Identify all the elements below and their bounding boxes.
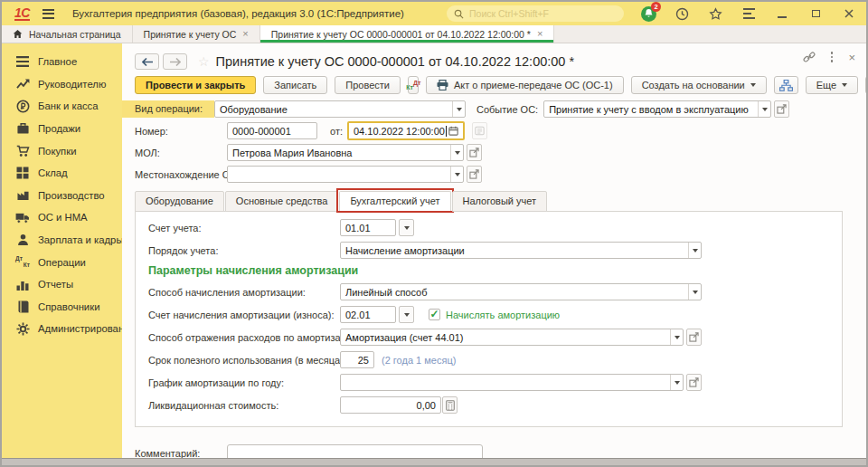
printer-icon xyxy=(437,80,448,91)
dropdown-icon[interactable] xyxy=(670,329,683,345)
date-label: от: xyxy=(330,126,343,137)
save-button[interactable]: Записать xyxy=(263,76,327,94)
expense-method-field[interactable]: Амортизация (счет 44.01) xyxy=(340,329,684,346)
sidebar-item-production[interactable]: Производство xyxy=(2,185,122,207)
open-link-button[interactable] xyxy=(686,374,702,391)
post-button[interactable]: Провести xyxy=(335,76,401,94)
checkmark-icon: ✓ xyxy=(429,309,439,319)
get-link-icon[interactable] xyxy=(803,51,816,63)
mol-field[interactable]: Петрова Мария Ивановна xyxy=(227,144,464,161)
functions-menu-icon[interactable] xyxy=(741,5,757,22)
operation-kind-field[interactable]: Оборудование xyxy=(214,100,466,118)
open-link-button[interactable] xyxy=(467,144,482,161)
tab-os-document[interactable]: Принятие к учету ОС 0000-000001 от 04.10… xyxy=(260,25,555,43)
tab-home[interactable]: Начальная страница xyxy=(2,25,133,43)
dtkt-icon: ДтКт xyxy=(15,255,30,270)
sidebar-item-main[interactable]: Главное xyxy=(2,51,122,73)
close-tab-icon[interactable]: × xyxy=(242,29,248,39)
close-window-icon[interactable] xyxy=(841,5,857,22)
tab-accounting[interactable]: Бухгалтерский учет xyxy=(339,191,450,212)
sidebar-item-salary[interactable]: Зарплата и кадры xyxy=(2,229,122,252)
useful-life-hint[interactable]: (2 года 1 месяц) xyxy=(382,355,456,366)
global-search-input[interactable]: Поиск Ctrl+Shift+F xyxy=(447,5,624,22)
accrue-depreciation-checkbox[interactable]: ✓ xyxy=(429,309,440,320)
help-button[interactable]: ? xyxy=(865,76,866,94)
calculator-button[interactable] xyxy=(442,396,458,414)
forward-button[interactable] xyxy=(163,53,187,70)
notification-badge: 2 xyxy=(651,2,661,12)
post-and-close-button[interactable]: Провести и закрыть xyxy=(135,76,256,94)
order-field[interactable]: Начисление амортизации xyxy=(340,242,702,259)
liquidation-field[interactable]: 0,00 xyxy=(340,396,441,414)
search-icon xyxy=(454,9,464,19)
open-icon xyxy=(689,332,699,342)
tab-equipment[interactable]: Оборудование xyxy=(135,191,224,212)
person-icon xyxy=(15,233,30,247)
more-menu-icon[interactable] xyxy=(831,52,834,62)
calculator-icon xyxy=(446,400,455,411)
open-link-button[interactable] xyxy=(686,329,702,346)
sidebar-item-warehouse[interactable]: Склад xyxy=(2,162,122,185)
favorites-star-icon[interactable] xyxy=(707,5,723,22)
command-bar: Провести и закрыть Записать Провести ДтК… xyxy=(122,71,866,95)
truck-icon xyxy=(15,210,30,224)
tab-tax[interactable]: Налоговый учет xyxy=(452,191,548,212)
main-menu-icon[interactable] xyxy=(42,9,54,19)
sidebar-item-os-nma[interactable]: ОС и НМА xyxy=(2,206,122,229)
tab-fixed-assets[interactable]: Основные средства xyxy=(225,191,339,212)
maximize-icon[interactable] xyxy=(807,5,824,22)
sidebar-item-purchases[interactable]: Покупки xyxy=(2,139,122,162)
minimize-icon[interactable] xyxy=(774,5,790,22)
section-sidebar: Главное Руководителю Банк и касса Продаж… xyxy=(2,43,122,458)
open-link-button[interactable] xyxy=(774,100,789,118)
close-tab-icon[interactable]: × xyxy=(537,29,542,39)
sidebar-item-manager[interactable]: Руководителю xyxy=(2,73,122,96)
open-link-button[interactable] xyxy=(467,166,482,183)
location-field[interactable] xyxy=(227,166,464,183)
method-label: Способ начисления амортизации: xyxy=(148,287,340,298)
sidebar-item-bank[interactable]: Банк и касса xyxy=(2,95,122,118)
open-icon xyxy=(689,377,699,387)
depr-account-field[interactable]: 02.01 xyxy=(340,306,396,323)
schedule-field[interactable] xyxy=(340,374,684,391)
structure-subordination-button[interactable] xyxy=(774,76,798,94)
dropdown-icon[interactable] xyxy=(758,101,770,117)
dropdown-icon[interactable] xyxy=(688,284,701,300)
more-actions-button[interactable]: Еще xyxy=(806,76,858,94)
create-based-on-button[interactable]: Создать на основании xyxy=(631,76,767,94)
document-form: × ☆ Принятие к учету ОС 0000-000001 от 0… xyxy=(122,43,866,458)
open-icon xyxy=(469,169,479,179)
method-field[interactable]: Линейный способ xyxy=(340,283,702,300)
dropdown-icon[interactable] xyxy=(450,145,463,160)
number-field[interactable]: 0000-000001 xyxy=(227,122,317,139)
useful-life-field[interactable]: 25 xyxy=(340,351,374,368)
chevron-down-icon xyxy=(750,83,756,87)
dropdown-icon[interactable] xyxy=(450,167,463,182)
os-event-field[interactable]: Принятие к учету с вводом в эксплуатацию xyxy=(543,100,771,118)
history-disabled-button xyxy=(472,122,487,139)
sidebar-item-administration[interactable]: Администрирование xyxy=(2,318,122,340)
show-postings-button[interactable]: ДтКт xyxy=(408,76,419,94)
calendar-icon[interactable] xyxy=(448,126,458,136)
dropdown-button[interactable] xyxy=(399,306,414,323)
history-icon[interactable] xyxy=(674,5,690,22)
sidebar-item-operations[interactable]: ДтКт Операции xyxy=(2,251,122,273)
close-form-icon[interactable]: × xyxy=(848,52,855,63)
favorite-star-icon[interactable]: ☆ xyxy=(198,54,210,69)
date-field[interactable]: 04.10.2022 12:00:00 xyxy=(347,121,465,140)
book-icon xyxy=(15,300,30,314)
dropdown-icon[interactable] xyxy=(670,375,683,390)
print-act-button[interactable]: Акт о приеме-передаче ОС (ОС-1) xyxy=(426,76,624,94)
sidebar-item-references[interactable]: Справочники xyxy=(2,296,122,319)
comment-input[interactable] xyxy=(227,444,483,458)
notifications-icon[interactable]: 2 xyxy=(640,5,656,22)
sidebar-item-sales[interactable]: Продажи xyxy=(2,118,122,140)
dropdown-button[interactable] xyxy=(399,219,414,236)
dropdown-icon[interactable] xyxy=(688,243,701,258)
tab-os-list[interactable]: Принятие к учету ОС × xyxy=(133,25,260,43)
dropdown-icon[interactable] xyxy=(452,101,465,117)
back-button[interactable] xyxy=(135,53,159,70)
account-label: Счет учета: xyxy=(148,223,340,234)
account-field[interactable]: 01.01 xyxy=(340,219,396,236)
sidebar-item-reports[interactable]: Отчеты xyxy=(2,273,122,296)
